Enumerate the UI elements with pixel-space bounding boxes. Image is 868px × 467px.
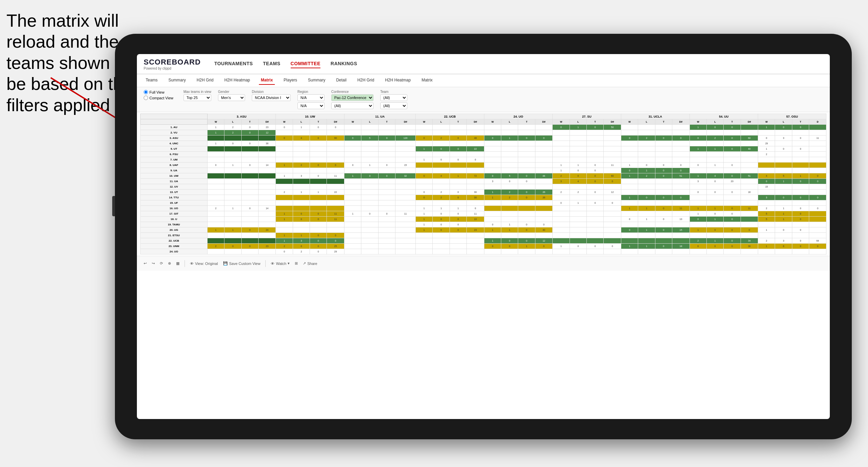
subnav-teams[interactable]: Teams [144,76,160,85]
subnav-detail[interactable]: Detail [334,76,348,85]
compare-button[interactable]: ⊞ [295,261,298,266]
nav-teams[interactable]: TEAMS [263,59,281,68]
cell-r13-c4-s3: 26 [535,195,553,200]
cell-r1-c8-s0 [758,130,775,136]
cell-r18-c1-s3 [327,222,344,227]
col-header-ucla: 31. UCLA [621,114,690,119]
cell-r23-c8-s3 [809,249,826,254]
cell-r22-c6-s1: 1 [638,244,655,249]
cell-r12-c4-s0: 1 [484,190,501,195]
cell-r0-c3-s1 [433,125,450,130]
subnav-players-h2h-heatmap[interactable]: H2H Heatmap [383,76,413,85]
cell-r12-c0-s2 [241,190,258,195]
cell-r6-c2-s2 [378,157,395,163]
nav-tournaments[interactable]: TOURNAMENTS [214,59,253,68]
cell-r21-c2-s1 [361,238,378,244]
subnav-summary[interactable]: Summary [166,76,188,85]
cell-r15-c4-s0 [484,206,501,211]
subnav-h2h-heatmap[interactable]: H2H Heatmap [222,76,252,85]
tablet-side-button[interactable] [112,196,115,216]
full-view-radio[interactable]: Full View [144,90,173,94]
region-select-2[interactable]: N/A [297,102,324,109]
cell-r5-c7-s0 [690,152,706,157]
conference-select[interactable]: Pac-12 Conference (All) [331,94,373,101]
cell-r22-c6-s2: 0 [655,244,672,249]
cell-r1-c6-s3 [672,130,690,136]
cell-r16-c4-s0 [484,211,501,217]
redo-button[interactable]: ↪ [152,261,155,266]
cell-r6-c7-s0 [690,157,706,163]
cell-r7-c2-s1: 1 [361,163,378,168]
cell-r7-c8-s3 [809,163,826,168]
grid-button[interactable]: ▦ [176,261,179,266]
refresh-button[interactable]: ⟳ [160,261,163,266]
cell-r14-c2-s2 [378,200,395,206]
cell-r8-c7-s3 [741,168,758,173]
cell-r14-c2-s0 [344,200,361,206]
cell-r5-c2-s1 [361,152,378,157]
cell-r10-c4-s0: 3 [484,179,501,184]
cell-r4-c0-s1 [224,146,241,152]
cell-r17-c0-s2 [241,217,258,222]
view-original-button[interactable]: 👁 View: Original [190,262,218,266]
cell-r20-c1-s0: 1 [276,233,293,238]
cell-r17-c7-s2: 0 [724,217,741,222]
logo-area: SCOREBOARD Powered by clippd [144,58,201,70]
compact-view-radio[interactable]: Compact View [144,96,173,100]
cell-r23-c2-s3 [395,249,416,254]
conference-select-2[interactable]: (All) [331,102,373,109]
cell-r11-c6-s1 [638,184,655,190]
cell-r10-c7-s1: 0 [706,179,723,184]
cell-r17-c2-s1 [361,217,378,222]
col-header-uo: 24. UO [484,114,553,119]
cell-r9-c8-s3: 0 [809,173,826,179]
cell-r9-c4-s3: 44 [535,173,553,179]
cell-r17-c2-s3 [395,217,416,222]
cell-r2-c5-s0 [553,136,570,141]
cell-r14-c5-s1: 1 [570,200,586,206]
col-header-ucb: 22. UCB [416,114,484,119]
share-button[interactable]: ↗ Share [303,261,317,266]
cell-r2-c1-s0: 0 [276,136,293,141]
team-select-2[interactable]: (All) [380,102,407,109]
wltd-l7: L [638,119,655,125]
cell-r5-c5-s3 [604,152,621,157]
cell-r16-c5-s3 [604,211,621,217]
cell-r11-c4-s1 [501,184,518,190]
cell-r12-c4-s3: 26 [535,190,553,195]
cell-r22-c7-s1: 0 [706,244,723,249]
cell-r16-c7-s1: 0 [706,211,723,217]
matrix-wrapper[interactable]: 3. ASU 10. UW 11. UA 22. UCB 24. UO 27. … [137,112,830,256]
subnav-players-summary[interactable]: Summary [306,76,327,85]
cell-r9-c7-s0: 1 [690,173,706,179]
cell-r5-c1-s1 [293,152,310,157]
cell-r3-c1-s0 [276,141,293,146]
cell-r22-c4-s0: 0 [484,244,501,249]
subnav-players[interactable]: Players [282,76,299,85]
nav-rankings[interactable]: RANKINGS [331,59,357,68]
division-select[interactable]: NCAA Division I NCAA Division II NCAA Di… [252,94,291,101]
cell-r8-c4-s2 [518,168,535,173]
zoom-button[interactable]: ⊕ [168,261,171,266]
cell-r22-c0-s2: 0 [241,244,258,249]
gender-select[interactable]: Men's Women's [218,94,245,101]
cell-r7-c8-s0 [758,163,775,168]
cell-r21-c0-s2 [241,238,258,244]
region-select[interactable]: N/A (All) [297,94,324,101]
cell-r16-c4-s1 [501,211,518,217]
cell-r0-c0-s3: 23 [258,125,276,130]
subnav-players-matrix[interactable]: Matrix [419,76,435,85]
nav-committee[interactable]: COMMITTEE [291,59,321,68]
team-select[interactable]: (All) [380,94,407,101]
save-custom-button[interactable]: 💾 Save Custom View [223,261,261,266]
undo-button[interactable]: ↩ [144,261,147,266]
cell-r1-c3-s3 [467,130,484,136]
cell-r8-c1-s3 [327,168,344,173]
max-teams-select[interactable]: Top 25 Top 50 All [184,94,211,101]
subnav-h2h-grid[interactable]: H2H Grid [195,76,216,85]
subnav-matrix[interactable]: Matrix [259,76,275,85]
watch-button[interactable]: 👁 Watch ▾ [271,261,290,266]
cell-r8-c0-s2 [241,168,258,173]
subnav-players-h2h-grid[interactable]: H2H Grid [355,76,376,85]
cell-r9-c1-s3: 11 [327,173,344,179]
